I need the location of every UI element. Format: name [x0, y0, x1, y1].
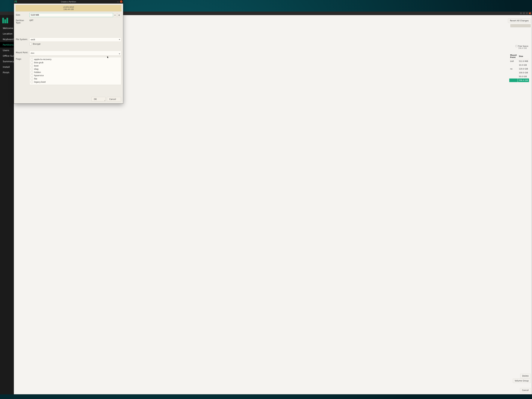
size-increment-button[interactable]: +: [117, 13, 121, 17]
flag-item-legacy-boot[interactable]: legacy-boot: [30, 80, 121, 84]
col-size: Size: [518, 53, 529, 59]
flags-list[interactable]: apple-tv-recoverybios-grubbootdiaghidden…: [29, 57, 121, 85]
table-row[interactable]: 196.4 GiB: [509, 78, 529, 82]
legend-label: Free Space: [518, 45, 528, 47]
size-input[interactable]: [29, 13, 113, 17]
flag-checkbox-apple-tv-recovery[interactable]: [31, 58, 33, 61]
sidebar-item-finish[interactable]: Finish: [0, 70, 14, 75]
flag-checkbox-legacy-boot[interactable]: [31, 81, 33, 83]
sidebar-item-office-suite[interactable]: Office Suite: [0, 53, 14, 59]
legend-swatch-icon: [516, 45, 518, 47]
mount-point-value: /srv: [31, 52, 34, 54]
flag-label: lba: [34, 78, 37, 80]
flag-checkbox-boot[interactable]: [31, 65, 33, 67]
resize-grip-icon: [104, 100, 105, 101]
flag-checkbox-hidden[interactable]: [31, 71, 33, 73]
table-row[interactable]: ne120.0 GiB: [509, 67, 529, 71]
flag-item-apple-tv-recovery[interactable]: apple-tv-recovery: [30, 58, 121, 61]
disk-label: unallocated: [63, 6, 74, 8]
flag-label: legacy-boot: [34, 81, 46, 83]
flag-item-bios-grub[interactable]: bios-grub: [30, 61, 121, 64]
flag-label: hpservice: [34, 74, 44, 77]
flag-checkbox-lba[interactable]: [31, 78, 33, 80]
dialog-app-icon: [15, 0, 17, 3]
sidebar-item-location[interactable]: Location: [0, 31, 14, 37]
flag-label: bios-grub: [34, 61, 43, 64]
flag-label: boot: [34, 65, 38, 67]
flag-checkbox-hpservice[interactable]: [31, 74, 33, 77]
filesystem-combo[interactable]: ext4: [29, 38, 121, 42]
partitions-right-panel: Revert All Changes Free Space 196.4 GiB …: [512, 17, 531, 393]
sidebar-item-summary[interactable]: Summary: [0, 59, 14, 64]
encrypt-label: Encrypt: [33, 43, 40, 45]
bg-close-icon[interactable]: [529, 12, 531, 14]
col-mount-point: Mount Point: [509, 53, 518, 59]
flag-item-hidden[interactable]: hidden: [30, 71, 121, 74]
form-spacer: [16, 25, 121, 36]
flag-checkbox-bios-grub[interactable]: [31, 61, 33, 64]
flag-checkbox-diag[interactable]: [31, 68, 33, 70]
bg-minimize-icon[interactable]: [523, 12, 525, 14]
sidebar-item-users[interactable]: Users: [0, 48, 14, 53]
bg-maximize-icon[interactable]: [526, 12, 528, 14]
chevron-down-icon: [119, 54, 120, 54]
table-row[interactable]: 50.0 GiB: [509, 75, 529, 78]
flag-item-boot[interactable]: boot: [30, 64, 121, 67]
manjaro-logo-icon: [2, 18, 12, 23]
sidebar-item-partitions[interactable]: Partitions: [0, 42, 14, 48]
table-row[interactable]: t/efi512.0 MiB: [509, 59, 529, 63]
flag-item-lba[interactable]: lba: [30, 77, 121, 80]
chevron-down-icon: [119, 39, 120, 40]
size-stepper: − +: [29, 13, 121, 17]
legend-size: 196.4 GiB: [518, 47, 528, 49]
dialog-footer: OK Cancel: [14, 95, 123, 103]
sidebar-item-install[interactable]: Install: [0, 64, 14, 70]
encrypt-checkbox[interactable]: [29, 43, 32, 45]
form-spacer-2: [16, 47, 121, 49]
free-space-legend: Free Space 196.4 GiB: [516, 45, 528, 49]
flag-label: diag: [34, 68, 38, 70]
dialog-title: Create a Partition: [61, 1, 76, 3]
ok-button[interactable]: OK: [91, 97, 106, 101]
partition-dropdown[interactable]: [510, 24, 531, 27]
revert-all-changes-button[interactable]: Revert All Changes: [508, 19, 531, 23]
partition-type-label: Partition Type:: [16, 19, 29, 24]
bg-titlebar-controls: [520, 12, 531, 15]
mount-point-combo[interactable]: /srv: [29, 51, 121, 56]
size-decrement-button[interactable]: −: [113, 13, 117, 17]
dialog-up-icon[interactable]: ▴: [117, 0, 119, 3]
mount-point-label: Mount Point:: [16, 51, 29, 54]
flags-label: Flags:: [16, 57, 29, 60]
partition-type-value: GPT: [29, 19, 121, 22]
installer-sidebar: WelcomeLocationKeyboardPartitionsUsersOf…: [0, 15, 14, 394]
bg-up-icon[interactable]: [520, 12, 522, 14]
sidebar-item-keyboard[interactable]: Keyboard: [0, 37, 14, 42]
flag-item-hpservice[interactable]: hpservice: [30, 74, 121, 77]
flag-label: apple-tv-recovery: [34, 58, 51, 61]
delete-button[interactable]: Delete: [520, 374, 531, 378]
sidebar-item-welcome[interactable]: Welcome: [0, 25, 14, 31]
filesystem-label: File System:: [16, 38, 29, 40]
size-label: Size:: [16, 13, 29, 16]
volume-group-button[interactable]: Volume Group: [513, 379, 531, 383]
cancel-button[interactable]: Cancel: [107, 97, 121, 101]
bg-cancel-button[interactable]: Cancel: [520, 388, 531, 393]
partitions-table: Mount Point Size t/efi512.0 MiB10.0 GiBn…: [509, 53, 529, 82]
table-row[interactable]: 100.0 GiB: [509, 71, 529, 75]
disk-size: 196.44 GiB: [63, 8, 74, 11]
flag-label: hidden: [34, 71, 41, 73]
dialog-titlebar[interactable]: Create a Partition ▴ ✕: [14, 0, 123, 4]
table-row[interactable]: 10.0 GiB: [509, 63, 529, 67]
filesystem-value: ext4: [31, 38, 35, 41]
disk-usage-bar[interactable]: unallocated 196.44 GiB: [16, 5, 121, 12]
create-partition-dialog: Create a Partition ▴ ✕ unallocated 196.4…: [14, 0, 123, 104]
dialog-close-icon[interactable]: ✕: [120, 0, 122, 3]
flag-item-diag[interactable]: diag: [30, 67, 121, 71]
